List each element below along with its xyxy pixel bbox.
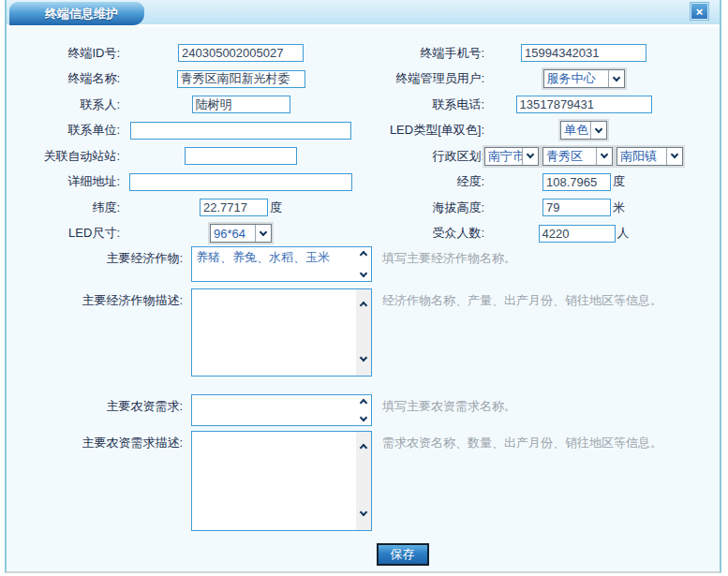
supplies-desc-hint: 需求农资名称、数量、出产月份、销往地区等信息。 [382, 431, 662, 451]
form-row: 主要经济作物描述: 经济作物名称、产量、出产月份、销往地区等信息。 [7, 288, 720, 377]
contact-input[interactable] [192, 96, 290, 113]
chevron-down-icon [666, 148, 682, 165]
form-row: 详细地址: 经度: 度 [7, 170, 720, 196]
scrollbar[interactable] [356, 247, 371, 281]
led-size-select[interactable]: 96*64 [210, 224, 272, 243]
dialog-title: 终端信息维护 [45, 6, 118, 22]
terminal-form: 终端ID号: 终端手机号: 终端名称: 终端管理员用户: 服务中心 [7, 27, 720, 566]
form-row: 关联自动站站: 行政区划: 南宁市 青秀区 南阳镇 [7, 143, 720, 170]
region-town-select[interactable]: 南阳镇 [617, 147, 683, 166]
contact-unit-input[interactable] [130, 122, 351, 140]
crops-desc-textarea[interactable] [192, 289, 356, 376]
form-row: 纬度: 度 海拔高度: 米 [7, 195, 720, 221]
contact-unit-label: 联系单位: [7, 122, 120, 139]
form-row: 联系人: 联系电话: [7, 92, 720, 118]
close-icon: × [696, 6, 704, 18]
audience-unit: 人 [617, 225, 630, 242]
chevron-down-icon [522, 148, 538, 165]
chevron-down-icon [596, 148, 612, 165]
contact-phone-label: 联系电话: [362, 96, 484, 113]
led-type-select[interactable]: 单色 [560, 121, 607, 140]
supplies-desc-textarea[interactable] [192, 432, 356, 530]
scrollbar[interactable] [356, 432, 371, 530]
form-row: LED尺寸: 96*64 受众人数: 人 [7, 221, 720, 247]
region-label: 行政区划: [362, 148, 484, 165]
scroll-down-icon [360, 414, 367, 421]
longitude-label: 经度: [362, 173, 484, 190]
crops-hint: 填写主要经济作物名称。 [382, 246, 516, 267]
form-row: 终端名称: 终端管理员用户: 服务中心 [7, 66, 720, 93]
latitude-label: 纬度: [7, 199, 120, 216]
altitude-label: 海拔高度: [362, 199, 484, 216]
scroll-down-icon [360, 270, 367, 277]
chevron-down-icon [255, 225, 271, 242]
scroll-up-icon [360, 302, 367, 309]
altitude-input[interactable] [542, 199, 611, 216]
terminal-id-input[interactable] [178, 44, 304, 62]
save-button[interactable]: 保存 [377, 543, 429, 566]
supplies-desc-label: 主要农资需求描述: [7, 431, 183, 451]
form-row: 主要农资需求描述: 需求农资名称、数量、出产月份、销往地区等信息。 [7, 431, 720, 531]
contact-label: 联系人: [7, 96, 120, 113]
supplies-hint: 填写主要农资需求名称。 [382, 394, 516, 415]
close-button[interactable]: × [691, 3, 708, 20]
crops-desc-label: 主要经济作物描述: [7, 288, 183, 309]
auto-station-input[interactable] [185, 147, 297, 165]
region-district-select[interactable]: 青秀区 [542, 147, 613, 166]
chevron-down-icon [608, 70, 624, 87]
form-row: 主要经济作物: 养猪、养兔、水稻、玉米 填写主要经济作物名称。 [7, 246, 720, 282]
altitude-unit: 米 [613, 199, 625, 216]
crops-desc-hint: 经济作物名称、产量、出产月份、销往地区等信息。 [382, 288, 662, 309]
admin-user-select[interactable]: 服务中心 [543, 69, 625, 88]
supplies-label: 主要农资需求: [7, 394, 183, 415]
scroll-down-icon [360, 354, 367, 362]
longitude-input[interactable] [542, 173, 611, 191]
region-city-select[interactable]: 南宁市 [484, 147, 539, 166]
contact-phone-input[interactable] [516, 96, 652, 113]
auto-station-label: 关联自动站站: [7, 148, 120, 165]
admin-user-label: 终端管理员用户: [362, 70, 484, 87]
scrollbar[interactable] [356, 395, 371, 425]
audience-label: 受众人数: [362, 225, 484, 242]
longitude-unit: 度 [613, 173, 625, 190]
terminal-id-label: 终端ID号: [7, 45, 120, 62]
terminal-phone-input[interactable] [521, 44, 646, 62]
chevron-down-icon [590, 122, 606, 139]
form-row: 联系单位: LED类型[单双色]: 单色 [7, 118, 720, 144]
supplies-textarea[interactable] [192, 395, 356, 425]
dialog-footer: 保存 [7, 531, 720, 566]
audience-input[interactable] [539, 225, 616, 243]
address-label: 详细地址: [7, 173, 120, 190]
dialog-title-tab: 终端信息维护 [9, 2, 144, 25]
form-row: 主要农资需求: 填写主要农资需求名称。 [7, 394, 720, 426]
terminal-phone-label: 终端手机号: [362, 45, 484, 62]
terminal-info-dialog: 终端信息维护 × 终端ID号: 终端手机号: 终端名称: 终端管理员用户: [5, 0, 721, 573]
terminal-name-label: 终端名称: [7, 70, 120, 87]
crops-label: 主要经济作物: [7, 246, 183, 267]
scroll-up-icon [360, 251, 367, 258]
scroll-up-icon [360, 399, 367, 406]
address-input[interactable] [129, 173, 352, 191]
latitude-unit: 度 [270, 199, 282, 216]
latitude-input[interactable] [200, 199, 268, 216]
scroll-up-icon [360, 444, 367, 451]
crops-textarea[interactable]: 养猪、养兔、水稻、玉米 [192, 247, 356, 281]
form-row: 终端ID号: 终端手机号: [7, 40, 720, 66]
led-size-label: LED尺寸: [7, 225, 120, 242]
dialog-titlebar: 终端信息维护 × [7, 0, 720, 27]
scrollbar[interactable] [356, 289, 371, 376]
terminal-name-input[interactable] [177, 70, 305, 88]
led-type-label: LED类型[单双色]: [362, 122, 484, 139]
scroll-down-icon [360, 509, 367, 516]
